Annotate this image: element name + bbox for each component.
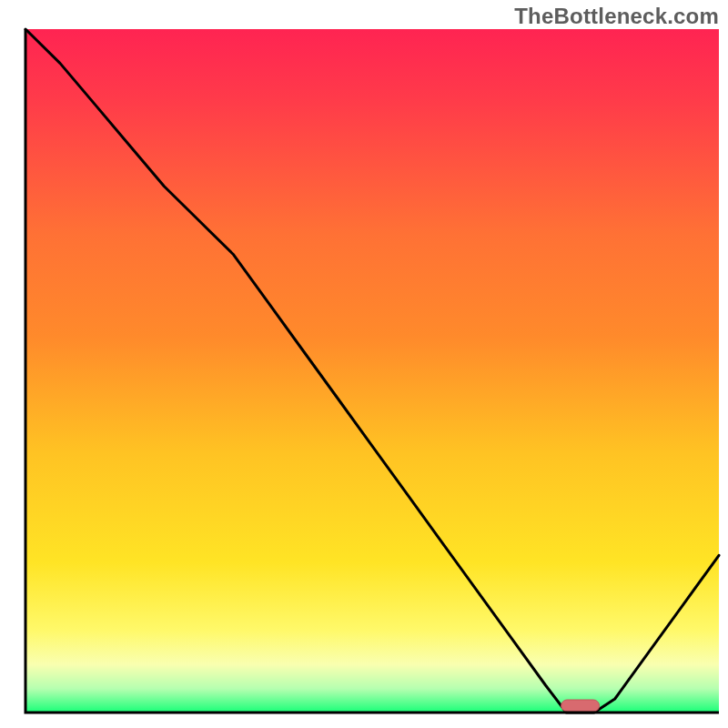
chart-container: TheBottleneck.com [0,0,728,728]
bottleneck-chart [0,0,728,728]
optimal-marker [561,700,600,712]
plot-background [25,29,719,713]
